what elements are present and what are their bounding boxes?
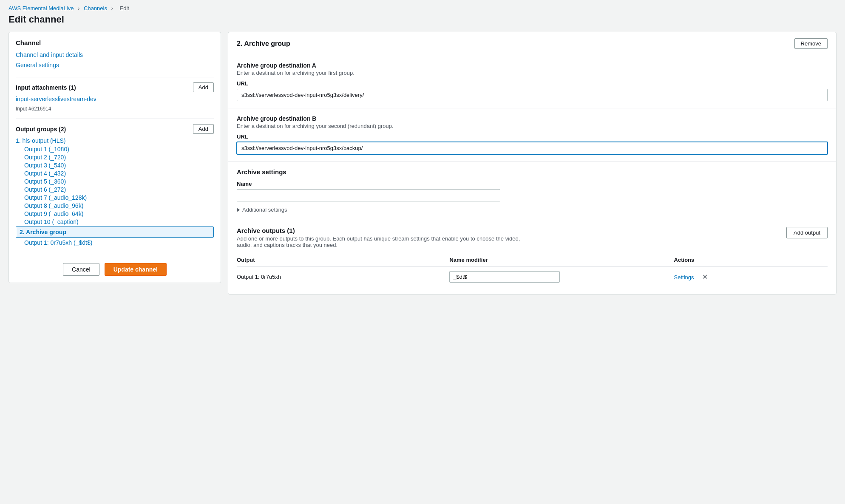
sidebar: Channel Channel and input details Genera… (9, 32, 221, 283)
sidebar-link-general-settings[interactable]: General settings (16, 62, 214, 68)
close-output-icon[interactable]: ✕ (702, 273, 708, 280)
dest-b-url-label: URL (237, 133, 828, 140)
sidebar-hls-output4[interactable]: Output 4 (_432) (16, 170, 214, 177)
archive-outputs-desc: Add one or more outputs to this group. E… (237, 235, 534, 248)
update-channel-button[interactable]: Update channel (105, 263, 167, 276)
dest-b-section: Archive group destination B Enter a dest… (228, 108, 836, 161)
breadcrumb: AWS Elemental MediaLive › Channels › Edi… (0, 0, 845, 14)
input-attachments-header: Input attachments (1) Add (16, 82, 214, 92)
dest-b-desc: Enter a destination for archiving your s… (237, 123, 828, 129)
dest-a-section: Archive group destination A Enter a dest… (228, 55, 836, 108)
sidebar-hls-output2[interactable]: Output 2 (_720) (16, 154, 214, 161)
add-output-group-button[interactable]: Add (193, 124, 214, 134)
input-attachments-label: Input attachments (1) (16, 84, 76, 91)
sidebar-hls-output1[interactable]: Output 1 (_1080) (16, 146, 214, 153)
remove-button[interactable]: Remove (794, 38, 828, 49)
archive-outputs-title: Archive outputs (1) (237, 227, 534, 234)
sidebar-hls-output6[interactable]: Output 6 (_272) (16, 186, 214, 193)
layout: Channel Channel and input details Genera… (0, 32, 845, 493)
archive-name-input[interactable] (237, 189, 500, 201)
page-title: Edit channel (0, 14, 845, 32)
sidebar-channel-title: Channel (16, 39, 214, 46)
breadcrumb-sep1: › (78, 5, 79, 11)
input-sub-label: Input #6216914 (16, 106, 214, 112)
triangle-icon (237, 208, 240, 212)
col-actions-header: Actions (674, 253, 828, 267)
dest-b-url-input[interactable] (237, 142, 828, 154)
main-content: 2. Archive group Remove Archive group de… (228, 32, 836, 485)
breadcrumb-channels-link[interactable]: Channels (84, 5, 107, 11)
sidebar-footer: Cancel Update channel (16, 256, 214, 276)
col-modifier-header: Name modifier (449, 253, 674, 267)
archive-outputs-header: Archive outputs (1) Add one or more outp… (237, 227, 828, 248)
output-groups-label: Output groups (2) (16, 126, 66, 133)
archive-group-panel: 2. Archive group Remove Archive group de… (228, 32, 836, 294)
additional-settings-label: Additional settings (242, 207, 287, 213)
additional-settings-toggle[interactable]: Additional settings (237, 207, 828, 213)
name-field-label: Name (237, 181, 828, 187)
add-output-button[interactable]: Add output (786, 227, 828, 238)
sidebar-divider-1 (16, 77, 214, 77)
table-header-row: Output Name modifier Actions (237, 253, 828, 267)
archive-settings-title: Archive settings (237, 168, 828, 176)
sidebar-hls-output8[interactable]: Output 8 (_audio_96k) (16, 202, 214, 209)
archive-outputs-section: Archive outputs (1) Add one or more outp… (228, 220, 836, 294)
cancel-button[interactable]: Cancel (63, 263, 99, 276)
breadcrumb-current: Edit (120, 5, 129, 11)
output-groups-header: Output groups (2) Add (16, 124, 214, 134)
name-modifier-cell (449, 267, 674, 287)
add-input-button[interactable]: Add (193, 82, 214, 92)
panel-title: 2. Archive group (237, 40, 290, 48)
sidebar-link-channel-input[interactable]: Channel and input details (16, 51, 214, 58)
actions-cell: Settings ✕ (674, 267, 828, 287)
sidebar-archive-output1[interactable]: Output 1: 0r7u5xh (_$dt$) (16, 239, 214, 246)
breadcrumb-sep2: › (111, 5, 113, 11)
settings-link[interactable]: Settings (674, 274, 694, 280)
sidebar-hls-output3[interactable]: Output 3 (_540) (16, 162, 214, 169)
sidebar-item-archive-group[interactable]: 2. Archive group (16, 227, 214, 238)
sidebar-item-hls-output[interactable]: 1. hls-output (HLS) (16, 137, 214, 144)
dest-a-url-label: URL (237, 80, 828, 87)
dest-a-title: Archive group destination A (237, 62, 828, 69)
outputs-table: Output Name modifier Actions Output 1: 0… (237, 253, 828, 287)
output-name-cell: Output 1: 0r7u5xh (237, 267, 449, 287)
input-link[interactable]: input-serverlesslivestream-dev (16, 96, 214, 102)
dest-a-desc: Enter a destination for archiving your f… (237, 70, 828, 76)
name-modifier-input[interactable] (449, 271, 560, 283)
sidebar-divider-2 (16, 119, 214, 119)
sidebar-hls-output9[interactable]: Output 9 (_audio_64k) (16, 210, 214, 217)
sidebar-hls-output5[interactable]: Output 5 (_360) (16, 178, 214, 185)
sidebar-hls-output7[interactable]: Output 7 (_audio_128k) (16, 194, 214, 201)
sidebar-hls-output10[interactable]: Output 10 (_caption) (16, 218, 214, 225)
archive-settings-section: Archive settings Name Additional setting… (228, 161, 836, 220)
table-row: Output 1: 0r7u5xh Settings ✕ (237, 267, 828, 287)
breadcrumb-service-link[interactable]: AWS Elemental MediaLive (9, 5, 74, 11)
dest-b-title: Archive group destination B (237, 115, 828, 122)
dest-a-url-input[interactable] (237, 89, 828, 101)
col-output-header: Output (237, 253, 449, 267)
panel-header: 2. Archive group Remove (228, 32, 836, 55)
archive-outputs-text: Archive outputs (1) Add one or more outp… (237, 227, 534, 248)
